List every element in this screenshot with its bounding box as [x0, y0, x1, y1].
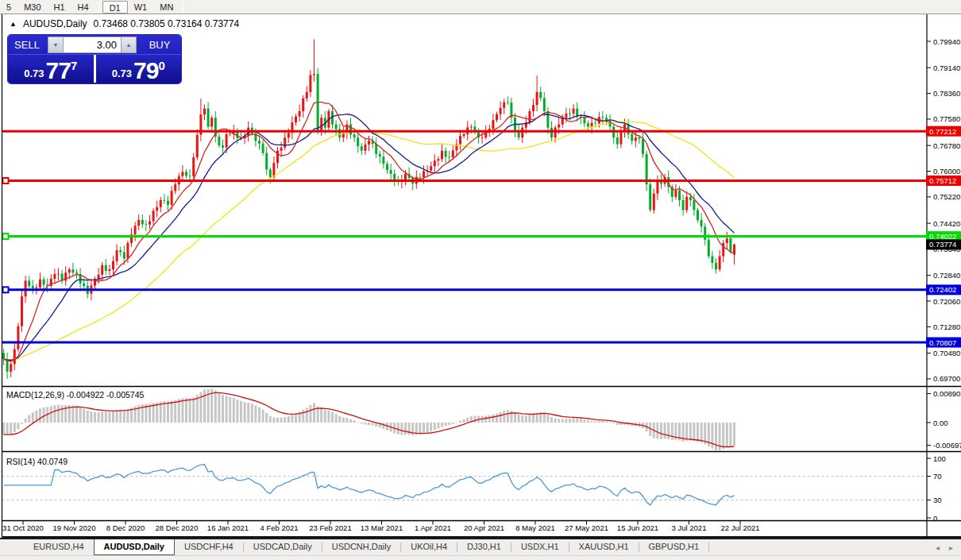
macd-label: MACD(12,26,9) -0.004922 -0.005745 [6, 390, 145, 400]
svg-text:0.73774: 0.73774 [929, 240, 956, 249]
svg-text:100: 100 [933, 454, 946, 463]
chart-symbol-period: AUDUSD,Daily [23, 18, 87, 29]
buy-button[interactable]: BUY [138, 39, 181, 51]
svg-text:0.70480: 0.70480 [933, 349, 960, 357]
svg-text:-0.006977: -0.006977 [933, 441, 961, 450]
chart-tab-usdchf-h4[interactable]: USDCHF,H4 [175, 539, 243, 555]
triangle-down-icon: ▼ [53, 42, 59, 48]
date-axis-label: 19 Nov 2020 [53, 523, 96, 532]
chart-tab-eurusd-h4[interactable]: EURUSD,H4 [24, 539, 94, 555]
svg-text:0.75220: 0.75220 [933, 192, 960, 201]
buy-price-sup: 0 [158, 59, 164, 72]
volume-increase-button[interactable]: ▲ [121, 37, 137, 53]
svg-text:0.77580: 0.77580 [933, 114, 960, 123]
tab-separator [708, 543, 709, 552]
chart-ohlc-values: 0.73468 0.73805 0.73164 0.73774 [94, 18, 240, 29]
timeframe-button-5[interactable]: 5 [0, 1, 17, 14]
date-axis-label: 15 Jun 2021 [617, 523, 658, 532]
chart-tab-usdx-h1[interactable]: USDX,H1 [511, 539, 569, 555]
date-axis-label: 27 May 2021 [565, 523, 608, 532]
svg-text:0.77212: 0.77212 [929, 127, 956, 136]
svg-text:0.71280: 0.71280 [933, 322, 960, 331]
svg-text:0.72840: 0.72840 [933, 271, 960, 280]
date-axis-label: 28 Dec 2020 [156, 523, 199, 532]
chart-area[interactable]: 0.799400.791400.783600.775800.767800.760… [0, 14, 961, 538]
buy-price-big: 79 [133, 60, 158, 81]
date-axis-label: 20 Apr 2021 [464, 523, 504, 532]
bottom-edge-strip [0, 555, 961, 560]
sell-button[interactable]: SELL [8, 39, 46, 51]
date-axis-label: 4 Feb 2021 [260, 523, 298, 532]
toolbar-separator [98, 2, 99, 13]
svg-text:0.76000: 0.76000 [933, 167, 960, 176]
tab-scroll-left-icon[interactable]: ◂ [936, 543, 940, 552]
line-drag-handle[interactable] [3, 234, 9, 239]
price-chart-canvas[interactable]: 0.799400.791400.783600.775800.767800.760… [0, 14, 961, 538]
chart-tab-usdcad-daily[interactable]: USDCAD,Daily [244, 539, 322, 555]
svg-text:0.76780: 0.76780 [933, 141, 960, 150]
svg-text:0.72402: 0.72402 [929, 285, 956, 294]
svg-text:0.75712: 0.75712 [929, 176, 956, 185]
tabbar-inset [0, 539, 24, 555]
timeframe-toolbar: 5M30H1H4D1W1MN [0, 0, 961, 14]
sell-price-big: 77 [46, 60, 71, 81]
triangle-up-icon: ▲ [126, 42, 132, 48]
date-axis-label: 16 Jan 2021 [207, 523, 249, 532]
sell-price-sup: 7 [71, 59, 77, 72]
chart-tab-dj30-h1[interactable]: DJ30,H1 [457, 539, 511, 555]
svg-text:0.72060: 0.72060 [933, 297, 960, 306]
sell-price-button[interactable]: 0.73 77 7 [8, 55, 94, 83]
svg-text:0.008903: 0.008903 [933, 389, 961, 398]
svg-text:70: 70 [933, 472, 942, 481]
chart-tab-audusd-daily[interactable]: AUDUSD,Daily [94, 539, 175, 555]
volume-input[interactable]: 3.00 [64, 37, 121, 53]
collapse-chart-icon[interactable]: ▲ [10, 20, 17, 28]
chart-tab-gbpusd-h1[interactable]: GBPUSD,H1 [639, 539, 709, 555]
svg-text:0.70807: 0.70807 [929, 338, 956, 347]
volume-decrease-button[interactable]: ▼ [48, 37, 64, 53]
line-drag-handle[interactable] [3, 178, 9, 183]
date-axis-label: 31 Oct 2020 [2, 523, 44, 532]
date-axis-label: 8 May 2021 [515, 523, 555, 532]
date-axis-label: 22 Jul 2021 [720, 523, 759, 532]
svg-text:0.74420: 0.74420 [933, 219, 960, 228]
tab-scroll-arrows: ◂▸ [936, 539, 961, 555]
chart-tab-ukoil-h4[interactable]: UKOil,H4 [401, 539, 457, 555]
toolbar-separator [183, 2, 183, 13]
svg-text:0.78360: 0.78360 [933, 89, 960, 98]
timeframe-button-h1[interactable]: H1 [48, 1, 71, 14]
svg-text:0: 0 [933, 514, 937, 523]
svg-text:0.69700: 0.69700 [933, 374, 960, 383]
volume-stepper: ▼ 3.00 ▲ [48, 37, 137, 53]
date-axis-label: 1 Apr 2021 [415, 523, 451, 532]
chart-tab-usdcnh-daily[interactable]: USDCNH,Daily [322, 539, 401, 555]
chart-title: ▲ AUDUSD,Daily 0.73468 0.73805 0.73164 0… [10, 18, 239, 29]
svg-text:0.79140: 0.79140 [933, 64, 960, 72]
svg-text:30: 30 [933, 496, 942, 504]
date-axis-label: 8 Dec 2020 [106, 523, 145, 532]
one-click-trade-panel: SELL ▼ 3.00 ▲ BUY 0.73 77 7 0.73 79 0 [8, 35, 181, 83]
date-axis-label: 13 Mar 2021 [361, 523, 403, 532]
sell-price-prefix: 0.73 [24, 68, 44, 79]
timeframe-button-w1[interactable]: W1 [128, 1, 154, 14]
timeframe-button-m30[interactable]: M30 [17, 1, 47, 14]
svg-text:0.79940: 0.79940 [933, 37, 960, 46]
date-axis-label: 3 Jul 2021 [672, 523, 707, 532]
timeframe-button-mn[interactable]: MN [153, 1, 179, 14]
timeframe-button-d1[interactable]: D1 [102, 1, 128, 14]
line-drag-handle[interactable] [3, 287, 9, 292]
timeframe-button-h4[interactable]: H4 [71, 1, 95, 14]
svg-text:0.00: 0.00 [933, 419, 948, 427]
rsi-label: RSI(14) 40.0749 [6, 457, 68, 466]
date-axis-label: 23 Feb 2021 [309, 523, 351, 532]
chart-tab-bar: EURUSD,H4AUDUSD,DailyUSDCHF,H4USDCAD,Dai… [0, 538, 961, 555]
buy-price-button[interactable]: 0.73 79 0 [96, 55, 182, 83]
buy-price-prefix: 0.73 [112, 68, 132, 79]
tab-scroll-right-icon[interactable]: ▸ [949, 543, 953, 552]
chart-tab-xauusd-h1[interactable]: XAUUSD,H1 [569, 539, 639, 555]
